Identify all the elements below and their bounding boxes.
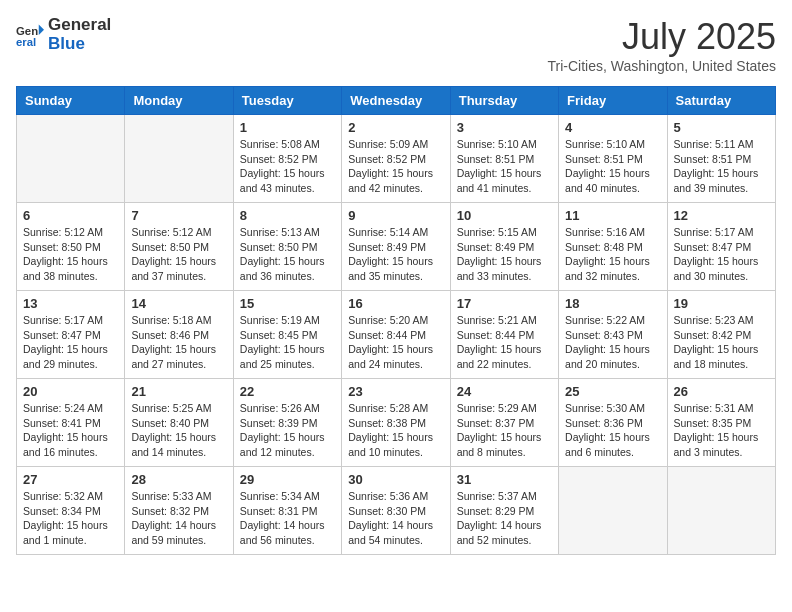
calendar-header-friday: Friday [559, 87, 667, 115]
day-detail: Sunrise: 5:20 AMSunset: 8:44 PMDaylight:… [348, 313, 443, 372]
calendar-cell: 21Sunrise: 5:25 AMSunset: 8:40 PMDayligh… [125, 379, 233, 467]
week-row-1: 1Sunrise: 5:08 AMSunset: 8:52 PMDaylight… [17, 115, 776, 203]
day-detail: Sunrise: 5:26 AMSunset: 8:39 PMDaylight:… [240, 401, 335, 460]
day-detail: Sunrise: 5:12 AMSunset: 8:50 PMDaylight:… [23, 225, 118, 284]
day-number: 28 [131, 472, 226, 487]
day-detail: Sunrise: 5:36 AMSunset: 8:30 PMDaylight:… [348, 489, 443, 548]
day-number: 10 [457, 208, 552, 223]
day-number: 14 [131, 296, 226, 311]
calendar-cell: 14Sunrise: 5:18 AMSunset: 8:46 PMDayligh… [125, 291, 233, 379]
calendar-header-thursday: Thursday [450, 87, 558, 115]
location-title: Tri-Cities, Washington, United States [548, 58, 777, 74]
day-number: 15 [240, 296, 335, 311]
calendar-cell: 12Sunrise: 5:17 AMSunset: 8:47 PMDayligh… [667, 203, 775, 291]
calendar-cell: 26Sunrise: 5:31 AMSunset: 8:35 PMDayligh… [667, 379, 775, 467]
calendar-cell: 10Sunrise: 5:15 AMSunset: 8:49 PMDayligh… [450, 203, 558, 291]
calendar-cell: 11Sunrise: 5:16 AMSunset: 8:48 PMDayligh… [559, 203, 667, 291]
week-row-5: 27Sunrise: 5:32 AMSunset: 8:34 PMDayligh… [17, 467, 776, 555]
day-detail: Sunrise: 5:21 AMSunset: 8:44 PMDaylight:… [457, 313, 552, 372]
day-detail: Sunrise: 5:16 AMSunset: 8:48 PMDaylight:… [565, 225, 660, 284]
calendar: SundayMondayTuesdayWednesdayThursdayFrid… [16, 86, 776, 555]
day-detail: Sunrise: 5:13 AMSunset: 8:50 PMDaylight:… [240, 225, 335, 284]
calendar-cell: 1Sunrise: 5:08 AMSunset: 8:52 PMDaylight… [233, 115, 341, 203]
calendar-header-saturday: Saturday [667, 87, 775, 115]
day-number: 1 [240, 120, 335, 135]
calendar-cell: 19Sunrise: 5:23 AMSunset: 8:42 PMDayligh… [667, 291, 775, 379]
day-number: 31 [457, 472, 552, 487]
calendar-cell: 30Sunrise: 5:36 AMSunset: 8:30 PMDayligh… [342, 467, 450, 555]
day-detail: Sunrise: 5:17 AMSunset: 8:47 PMDaylight:… [23, 313, 118, 372]
calendar-cell: 5Sunrise: 5:11 AMSunset: 8:51 PMDaylight… [667, 115, 775, 203]
day-detail: Sunrise: 5:22 AMSunset: 8:43 PMDaylight:… [565, 313, 660, 372]
calendar-cell: 17Sunrise: 5:21 AMSunset: 8:44 PMDayligh… [450, 291, 558, 379]
calendar-header-tuesday: Tuesday [233, 87, 341, 115]
svg-marker-2 [39, 24, 44, 35]
day-detail: Sunrise: 5:11 AMSunset: 8:51 PMDaylight:… [674, 137, 769, 196]
logo-icon: Gen eral [16, 21, 44, 49]
title-area: July 2025 Tri-Cities, Washington, United… [548, 16, 777, 74]
day-detail: Sunrise: 5:33 AMSunset: 8:32 PMDaylight:… [131, 489, 226, 548]
calendar-cell: 29Sunrise: 5:34 AMSunset: 8:31 PMDayligh… [233, 467, 341, 555]
day-number: 24 [457, 384, 552, 399]
day-detail: Sunrise: 5:18 AMSunset: 8:46 PMDaylight:… [131, 313, 226, 372]
day-number: 19 [674, 296, 769, 311]
day-detail: Sunrise: 5:29 AMSunset: 8:37 PMDaylight:… [457, 401, 552, 460]
calendar-header-sunday: Sunday [17, 87, 125, 115]
day-detail: Sunrise: 5:12 AMSunset: 8:50 PMDaylight:… [131, 225, 226, 284]
week-row-2: 6Sunrise: 5:12 AMSunset: 8:50 PMDaylight… [17, 203, 776, 291]
day-number: 23 [348, 384, 443, 399]
calendar-cell [125, 115, 233, 203]
calendar-cell [17, 115, 125, 203]
calendar-cell: 15Sunrise: 5:19 AMSunset: 8:45 PMDayligh… [233, 291, 341, 379]
calendar-cell [559, 467, 667, 555]
day-number: 12 [674, 208, 769, 223]
calendar-cell [667, 467, 775, 555]
day-number: 8 [240, 208, 335, 223]
day-detail: Sunrise: 5:14 AMSunset: 8:49 PMDaylight:… [348, 225, 443, 284]
day-detail: Sunrise: 5:10 AMSunset: 8:51 PMDaylight:… [457, 137, 552, 196]
day-number: 20 [23, 384, 118, 399]
day-number: 5 [674, 120, 769, 135]
svg-text:eral: eral [16, 35, 36, 47]
day-detail: Sunrise: 5:31 AMSunset: 8:35 PMDaylight:… [674, 401, 769, 460]
day-number: 9 [348, 208, 443, 223]
calendar-cell: 2Sunrise: 5:09 AMSunset: 8:52 PMDaylight… [342, 115, 450, 203]
day-number: 27 [23, 472, 118, 487]
day-number: 2 [348, 120, 443, 135]
day-number: 30 [348, 472, 443, 487]
day-number: 25 [565, 384, 660, 399]
day-number: 18 [565, 296, 660, 311]
calendar-cell: 23Sunrise: 5:28 AMSunset: 8:38 PMDayligh… [342, 379, 450, 467]
day-detail: Sunrise: 5:17 AMSunset: 8:47 PMDaylight:… [674, 225, 769, 284]
month-title: July 2025 [548, 16, 777, 58]
day-number: 11 [565, 208, 660, 223]
week-row-3: 13Sunrise: 5:17 AMSunset: 8:47 PMDayligh… [17, 291, 776, 379]
day-detail: Sunrise: 5:30 AMSunset: 8:36 PMDaylight:… [565, 401, 660, 460]
day-detail: Sunrise: 5:19 AMSunset: 8:45 PMDaylight:… [240, 313, 335, 372]
calendar-cell: 7Sunrise: 5:12 AMSunset: 8:50 PMDaylight… [125, 203, 233, 291]
calendar-cell: 31Sunrise: 5:37 AMSunset: 8:29 PMDayligh… [450, 467, 558, 555]
day-detail: Sunrise: 5:23 AMSunset: 8:42 PMDaylight:… [674, 313, 769, 372]
calendar-cell: 18Sunrise: 5:22 AMSunset: 8:43 PMDayligh… [559, 291, 667, 379]
day-number: 29 [240, 472, 335, 487]
day-number: 22 [240, 384, 335, 399]
calendar-cell: 25Sunrise: 5:30 AMSunset: 8:36 PMDayligh… [559, 379, 667, 467]
day-detail: Sunrise: 5:37 AMSunset: 8:29 PMDaylight:… [457, 489, 552, 548]
calendar-cell: 22Sunrise: 5:26 AMSunset: 8:39 PMDayligh… [233, 379, 341, 467]
day-number: 17 [457, 296, 552, 311]
header: Gen eral General Blue July 2025 Tri-Citi… [16, 16, 776, 74]
calendar-cell: 16Sunrise: 5:20 AMSunset: 8:44 PMDayligh… [342, 291, 450, 379]
day-number: 7 [131, 208, 226, 223]
day-detail: Sunrise: 5:32 AMSunset: 8:34 PMDaylight:… [23, 489, 118, 548]
calendar-cell: 27Sunrise: 5:32 AMSunset: 8:34 PMDayligh… [17, 467, 125, 555]
logo-text: General Blue [48, 16, 111, 53]
day-number: 21 [131, 384, 226, 399]
day-number: 16 [348, 296, 443, 311]
day-number: 3 [457, 120, 552, 135]
week-row-4: 20Sunrise: 5:24 AMSunset: 8:41 PMDayligh… [17, 379, 776, 467]
calendar-cell: 13Sunrise: 5:17 AMSunset: 8:47 PMDayligh… [17, 291, 125, 379]
day-detail: Sunrise: 5:28 AMSunset: 8:38 PMDaylight:… [348, 401, 443, 460]
calendar-header-monday: Monday [125, 87, 233, 115]
day-detail: Sunrise: 5:09 AMSunset: 8:52 PMDaylight:… [348, 137, 443, 196]
day-detail: Sunrise: 5:10 AMSunset: 8:51 PMDaylight:… [565, 137, 660, 196]
